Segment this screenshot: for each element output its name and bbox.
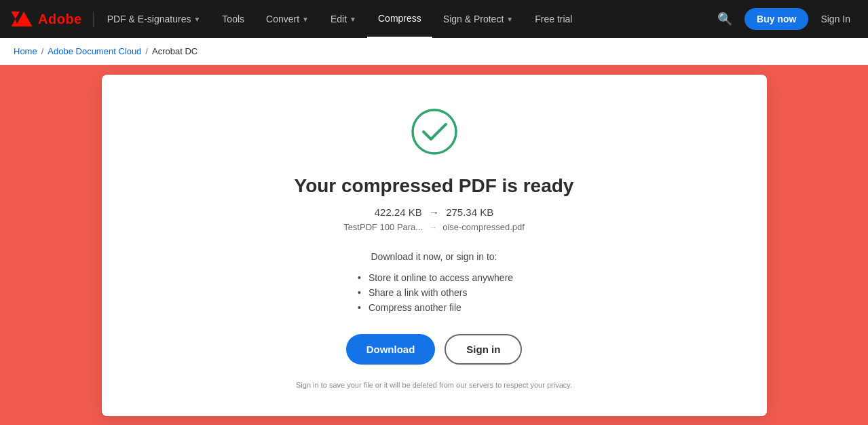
breadcrumb: Home / Adobe Document Cloud / Acrobat DC [0,38,868,65]
chevron-down-icon: ▼ [193,16,200,23]
adobe-logo-icon [11,12,33,26]
nav-items: PDF & E-signatures ▼ Tools Convert ▼ Edi… [96,0,711,38]
svg-marker-2 [12,19,18,26]
nav-item-free-trial[interactable]: Free trial [524,0,583,38]
file-name-original: TestPDF 100 Para... [343,222,423,232]
result-card: Your compressed PDF is ready 422.24 KB →… [102,75,767,416]
nav-right: 🔍 Buy now Sign In [711,8,857,30]
adobe-wordmark: Adobe [38,12,82,27]
chevron-down-icon: ▼ [350,16,356,23]
breadcrumb-sep-1: / [41,46,44,56]
file-size-before: 422.24 KB [375,206,422,218]
list-intro: Download it now, or sign in to: [355,251,513,262]
arrow-right-icon: → [429,206,439,218]
success-icon-wrapper [410,107,459,159]
file-size-info: 422.24 KB → 275.34 KB [375,206,493,218]
buy-now-button[interactable]: Buy now [744,8,808,30]
breadcrumb-home[interactable]: Home [14,46,37,56]
svg-marker-1 [12,12,20,19]
file-name-compressed: oise-compressed.pdf [442,222,525,232]
breadcrumb-sep-2: / [145,46,148,56]
brand: Adobe [11,12,94,27]
sign-in-nav-button[interactable]: Sign In [814,14,857,24]
file-name-separator: → [428,222,437,232]
download-button[interactable]: Download [346,334,436,365]
card-title: Your compressed PDF is ready [295,175,574,197]
list-item: Store it online to access anywhere [355,270,513,285]
file-names: TestPDF 100 Para... → oise-compressed.pd… [343,222,525,232]
breadcrumb-adobe-doc-cloud[interactable]: Adobe Document Cloud [48,46,141,56]
chevron-down-icon: ▼ [506,16,513,23]
file-size-after: 275.34 KB [446,206,493,218]
search-icon[interactable]: 🔍 [711,12,739,26]
list-item: Share a link with others [355,285,513,300]
main-area: Your compressed PDF is ready 422.24 KB →… [0,65,868,425]
nav-item-pdf-esignatures[interactable]: PDF & E-signatures ▼ [96,0,212,38]
breadcrumb-current: Acrobat DC [152,46,197,56]
navbar: Adobe PDF & E-signatures ▼ Tools Convert… [0,0,868,38]
success-checkmark-icon [410,107,459,156]
action-buttons: Download Sign in [346,334,523,365]
list-item: Compress another file [355,300,513,315]
signin-button[interactable]: Sign in [445,334,522,365]
svg-point-3 [413,110,456,153]
footer-privacy-note: Sign in to save your file or it will be … [296,381,572,389]
nav-item-compress[interactable]: Compress [367,0,432,38]
nav-item-edit[interactable]: Edit ▼ [320,0,367,38]
nav-item-tools[interactable]: Tools [211,0,255,38]
chevron-down-icon: ▼ [302,16,309,23]
bullet-list: Store it online to access anywhere Share… [355,270,513,315]
nav-item-convert[interactable]: Convert ▼ [255,0,320,38]
list-section: Download it now, or sign in to: Store it… [355,251,513,315]
nav-item-sign-protect[interactable]: Sign & Protect ▼ [432,0,524,38]
